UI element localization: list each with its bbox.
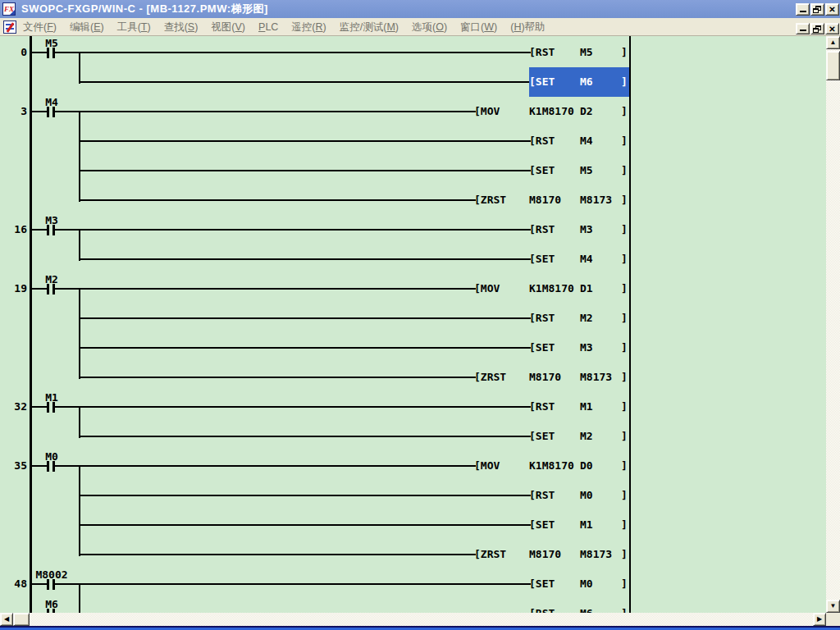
menu-item-plc[interactable]: PLC: [252, 21, 285, 33]
menu-item-monitor-test[interactable]: 监控/测试(M): [333, 21, 405, 34]
instruction-opcode[interactable]: [SET: [529, 342, 555, 353]
minimize-button[interactable]: [796, 3, 810, 16]
instruction-operand[interactable]: K1M8170: [529, 106, 574, 116]
instruction-opcode[interactable]: [ZRST: [474, 372, 506, 382]
instruction-opcode[interactable]: [SET: [529, 165, 555, 176]
instruction-operand[interactable]: M8170: [529, 549, 561, 559]
instruction-operand[interactable]: M0: [580, 490, 593, 500]
instruction-operand[interactable]: M8173: [580, 372, 612, 382]
menu-item-options[interactable]: 选项(O): [405, 21, 454, 34]
instruction-operand[interactable]: M8170: [529, 194, 561, 205]
step-number: 32: [2, 401, 27, 413]
instruction-operand[interactable]: M8173: [580, 194, 612, 205]
instruction-opcode[interactable]: [SET: [529, 519, 555, 530]
doc-minimize-button[interactable]: [796, 23, 810, 34]
menu-item-tools[interactable]: 工具(T): [111, 21, 158, 34]
instruction-close-bracket: ]: [621, 135, 628, 146]
instruction-opcode[interactable]: [ZRST: [474, 194, 506, 205]
instruction-operand[interactable]: M3: [580, 342, 593, 353]
menu-item-search[interactable]: 查找(S): [158, 21, 205, 34]
instruction-operand[interactable]: D0: [580, 460, 593, 471]
instruction-operand[interactable]: M8170: [529, 372, 561, 382]
instruction-opcode[interactable]: [RST: [529, 224, 555, 235]
instruction-operand[interactable]: D1: [580, 283, 593, 294]
instruction-operand[interactable]: M5: [580, 165, 593, 176]
instruction-operand[interactable]: M2: [580, 431, 593, 441]
instruction-opcode[interactable]: [RST: [529, 313, 555, 323]
scroll-right-button[interactable]: ▶: [813, 613, 826, 626]
contact-M4[interactable]: [47, 107, 49, 117]
contact-M1[interactable]: [47, 402, 49, 413]
instruction-opcode[interactable]: [MOV: [474, 460, 500, 471]
instruction-opcode[interactable]: [SET: [529, 76, 555, 87]
instruction-opcode[interactable]: [MOV: [474, 106, 500, 116]
instruction-operand[interactable]: M4: [580, 253, 593, 264]
instruction-close-bracket: ]: [621, 165, 628, 176]
instruction-operand[interactable]: M8173: [580, 549, 612, 559]
instruction-operand[interactable]: K1M8170: [529, 283, 574, 294]
contact-M0[interactable]: [47, 461, 49, 472]
instruction-close-bracket: ]: [621, 194, 628, 205]
scroll-down-button[interactable]: ▼: [826, 600, 840, 613]
scroll-up-button[interactable]: ▲: [826, 36, 840, 49]
instruction-opcode[interactable]: [ZRST: [474, 549, 506, 559]
menu-item-help[interactable]: (H)帮助: [504, 21, 551, 34]
wire: [79, 347, 531, 349]
menu-item-file[interactable]: 文件(F): [16, 21, 63, 34]
menu-item-view[interactable]: 视图(V): [204, 21, 252, 34]
menu-items: 文件(F)编辑(E)工具(T)查找(S)视图(V)PLC遥控(R)监控/测试(M…: [16, 18, 552, 36]
instruction-close-bracket: ]: [621, 490, 628, 500]
ladder-viewport[interactable]: 0M5[RSTM5][SETM6]3M4[MOVK1M8170D2][RSTM4…: [0, 36, 826, 613]
instruction-operand[interactable]: M3: [580, 224, 593, 235]
instruction-opcode[interactable]: [RST: [529, 401, 555, 412]
instruction-opcode[interactable]: [SET: [529, 253, 555, 264]
instruction-operand[interactable]: M2: [580, 313, 593, 323]
scroll-left-button[interactable]: ◀: [0, 613, 13, 626]
contact-M5[interactable]: [47, 48, 49, 58]
contact-M8002[interactable]: [47, 579, 49, 590]
close-button[interactable]: ✕: [825, 3, 839, 16]
bottom-edge: [0, 626, 840, 630]
instruction-operand[interactable]: M5: [580, 47, 593, 57]
instruction-close-bracket: ]: [621, 342, 628, 353]
instruction-operand[interactable]: D2: [580, 106, 593, 116]
instruction-opcode[interactable]: [RST: [529, 135, 555, 146]
vertical-scroll-thumb[interactable]: [826, 51, 840, 80]
contact-label: M5: [30, 38, 74, 48]
menu-item-window[interactable]: 窗口(W): [454, 21, 504, 34]
app-icon[interactable]: FX: [2, 2, 16, 16]
menu-item-edit[interactable]: 编辑(E): [63, 21, 111, 34]
right-power-rail: [629, 36, 631, 613]
arrow-right-icon: ▶: [817, 616, 822, 623]
close-icon: ✕: [826, 24, 838, 34]
instruction-close-bracket: ]: [621, 313, 628, 323]
restore-button[interactable]: [810, 3, 824, 16]
wire: [79, 199, 476, 201]
close-icon: ✕: [826, 4, 838, 15]
contact-label: M1: [30, 392, 74, 403]
document-icon[interactable]: [3, 21, 16, 34]
instruction-operand[interactable]: M6: [580, 76, 593, 87]
branch-line: [79, 289, 80, 379]
instruction-operand[interactable]: M1: [580, 519, 593, 530]
instruction-operand[interactable]: M1: [580, 401, 593, 412]
instruction-opcode[interactable]: [SET: [529, 578, 555, 589]
doc-restore-button[interactable]: [810, 23, 824, 34]
instruction-operand[interactable]: M4: [580, 135, 593, 146]
horizontal-scrollbar[interactable]: ◀ ▶: [0, 613, 826, 626]
contact-M3[interactable]: [47, 225, 49, 235]
instruction-opcode[interactable]: [RST: [529, 490, 555, 500]
instruction-opcode[interactable]: [MOV: [474, 283, 500, 294]
contact-M2[interactable]: [47, 284, 49, 294]
wire: [79, 317, 531, 319]
instruction-operand[interactable]: K1M8170: [529, 460, 574, 471]
horizontal-scroll-thumb[interactable]: [13, 613, 30, 626]
instruction-operand[interactable]: M0: [580, 578, 593, 589]
doc-close-button[interactable]: ✕: [825, 23, 839, 34]
wire: [32, 52, 47, 53]
window-title: SWOPC-FXGP/WIN-C - [MB-1127.PMW:梯形图]: [21, 0, 268, 18]
instruction-opcode[interactable]: [RST: [529, 47, 555, 57]
vertical-scrollbar[interactable]: ▲ ▼: [826, 36, 840, 613]
menu-item-remote[interactable]: 遥控(R): [285, 21, 332, 34]
instruction-opcode[interactable]: [SET: [529, 431, 555, 441]
